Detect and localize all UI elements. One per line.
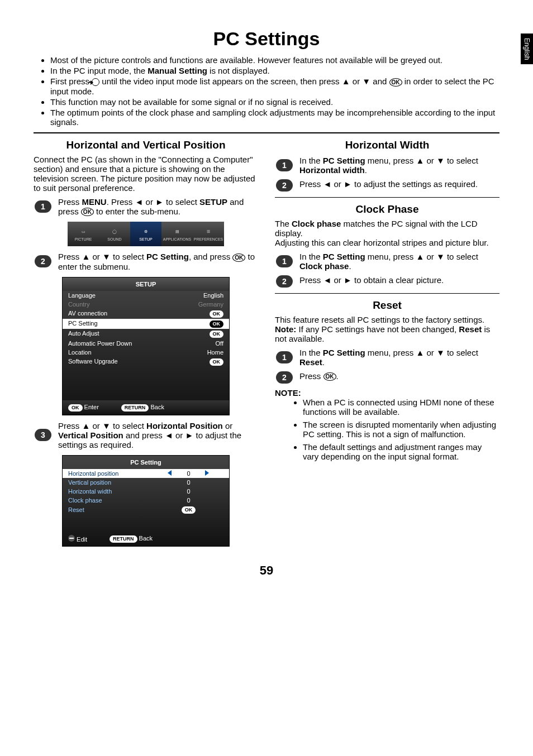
edit-label: Edit	[77, 536, 87, 543]
step-badge-2: 2	[275, 275, 294, 288]
hv-step3: Press ▲ or ▼ to select Horizontal Positi…	[58, 421, 258, 449]
return-pill-2: RETURN	[110, 535, 137, 543]
right-column: Horizontal Width 1 In the PC Setting men…	[275, 139, 499, 552]
setup-row: CountryGermany	[63, 300, 229, 309]
cp-intro2: Adjusting this can clear horizontal stri…	[275, 238, 499, 247]
note-list: When a PC is connected using HDMI none o…	[303, 398, 499, 461]
svg-text:2: 2	[282, 277, 287, 286]
intro-bullet: In the PC input mode, the Manual Setting…	[50, 66, 499, 75]
pc-row: Horizontal width0	[63, 487, 229, 496]
setup-row: Automatic Power DownOff	[63, 339, 229, 348]
left-column: Horizontal and Vertical Position Connect…	[34, 139, 258, 552]
return-pill: RETURN	[121, 404, 149, 412]
svg-text:2: 2	[282, 181, 287, 190]
separator	[34, 132, 499, 133]
cp-heading: Clock Phase	[275, 203, 499, 216]
setup-row: LocationHome	[63, 348, 229, 357]
intro-bullets: Most of the picture controls and functio…	[50, 55, 499, 127]
cp-step1: In the PC Setting menu, press ▲ or ▼ to …	[299, 252, 499, 271]
step-badge-2: 2	[34, 252, 53, 271]
menu-tab-sound: ◯SOUND	[99, 222, 130, 246]
page-number: 59	[34, 563, 499, 578]
enter-pill: OK	[68, 404, 83, 412]
svg-text:1: 1	[282, 161, 287, 170]
rs-note: Note: If any PC settings have not been c…	[275, 324, 499, 343]
svg-text:1: 1	[282, 257, 287, 266]
svg-text:3: 3	[41, 430, 45, 439]
menu-tab-applications: ▤APPLICATIONS	[161, 222, 193, 246]
intro-bullet: Most of the picture controls and functio…	[50, 55, 499, 65]
pc-row: Clock phase0	[63, 496, 229, 505]
hv-step1: Press MENU. Press ◄ or ► to select SETUP…	[58, 197, 258, 217]
rs-intro: This feature resets all PC settings to t…	[275, 315, 499, 324]
rs-step2: Press OK.	[299, 371, 499, 384]
pc-osd-title: PC Setting	[63, 456, 229, 469]
step-badge-2: 2	[275, 371, 294, 384]
menu-tab-picture: ▭PICTURE	[68, 222, 99, 246]
pc-row: ResetOK	[63, 505, 229, 515]
step-badge-1: 1	[275, 252, 294, 271]
setup-row: LanguageEnglish	[63, 291, 229, 300]
hv-position-heading: Horizontal and Vertical Position	[34, 139, 258, 151]
cp-step2: Press ◄ or ► to obtain a clear picture.	[299, 275, 499, 288]
rs-heading: Reset	[275, 299, 499, 312]
intro-bullet: First press until the video input mode l…	[50, 76, 499, 96]
setup-osd: SETUP LanguageEnglishCountryGermanyAV co…	[62, 277, 230, 415]
setup-row: PC SettingOK	[63, 319, 229, 329]
back-label-2: Back	[139, 535, 153, 542]
intro-bullet: This function may not be available for s…	[50, 97, 499, 107]
setup-row: Auto AdjustOK	[63, 329, 229, 339]
cp-intro1: The Clock phase matches the PC signal wi…	[275, 219, 499, 238]
note-item: When a PC is connected using HDMI none o…	[303, 398, 499, 417]
separator	[275, 197, 499, 198]
page-title: PC Settings	[34, 28, 499, 50]
separator	[275, 293, 499, 294]
hw-step2: Press ◄ or ► to adjust the settings as r…	[299, 179, 499, 192]
language-tab: English	[521, 34, 533, 64]
enter-label: Enter	[84, 404, 99, 410]
rs-step1: In the PC Setting menu, press ▲ or ▼ to …	[299, 348, 499, 367]
joystick-icon	[68, 535, 75, 542]
menu-tab-setup: ⚙SETUP	[130, 222, 161, 246]
setup-osd-title: SETUP	[63, 277, 229, 291]
hv-step2: Press ▲ or ▼ to select PC Setting, and p…	[58, 252, 258, 271]
pc-row: Horizontal position0	[63, 469, 229, 478]
note-item: The default settings and adjustment rang…	[303, 442, 499, 461]
note-item: The screen is disrupted momentarily when…	[303, 420, 499, 439]
svg-text:1: 1	[282, 353, 287, 362]
step-badge-1: 1	[275, 156, 294, 175]
step-badge-2: 2	[275, 179, 294, 192]
step-badge-3: 3	[34, 421, 53, 449]
menu-tab-preferences: ☰PREFERENCES	[193, 222, 224, 246]
svg-text:2: 2	[282, 373, 287, 382]
svg-text:2: 2	[41, 257, 45, 266]
pc-row: Vertical position0	[63, 478, 229, 487]
svg-text:1: 1	[41, 202, 45, 211]
note-heading: NOTE:	[275, 388, 499, 398]
step-badge-1: 1	[275, 348, 294, 367]
setup-row: Software UpgradeOK	[63, 357, 229, 367]
hw-step1: In the PC Setting menu, press ▲ or ▼ to …	[299, 156, 499, 175]
step-badge-1: 1	[34, 197, 53, 217]
intro-bullet: The optimum points of the clock phase an…	[50, 108, 499, 127]
setup-menu-bar: ▭PICTURE◯SOUND⚙SETUP▤APPLICATIONS☰PREFER…	[68, 222, 224, 246]
hw-heading: Horizontal Width	[275, 139, 499, 151]
back-label: Back	[150, 404, 164, 410]
pc-setting-osd: PC Setting Horizontal position0Vertical …	[62, 455, 230, 547]
hv-intro: Connect the PC (as shown in the "Connect…	[34, 155, 258, 193]
setup-row: AV connectionOK	[63, 309, 229, 319]
